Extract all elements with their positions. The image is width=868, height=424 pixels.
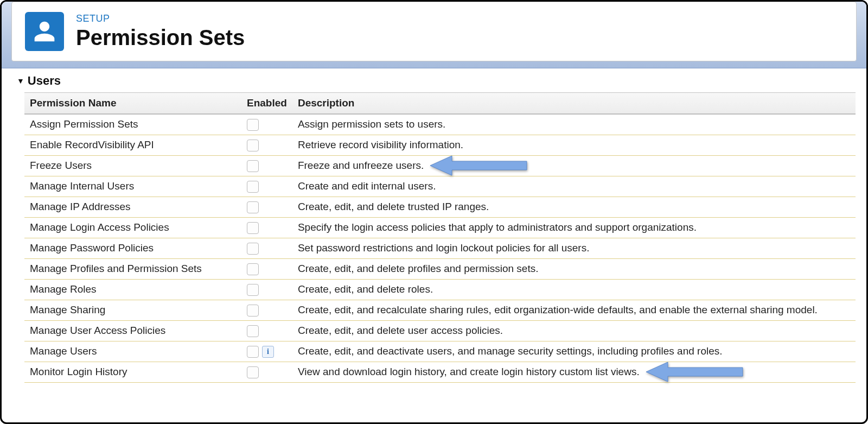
permission-enabled-cell bbox=[241, 320, 292, 341]
permission-description-text: Create, edit, and delete roles. bbox=[298, 283, 433, 295]
svg-marker-1 bbox=[646, 362, 743, 382]
permission-enabled-cell bbox=[241, 176, 292, 197]
enabled-checkbox[interactable] bbox=[247, 140, 259, 151]
permission-name: Enable RecordVisibility API bbox=[24, 135, 241, 155]
section-title: Users bbox=[28, 74, 61, 88]
section-toggle-users[interactable]: ▼ Users bbox=[17, 72, 856, 92]
svg-marker-0 bbox=[430, 156, 527, 175]
permission-description: Create, edit, and delete user access pol… bbox=[292, 320, 856, 341]
table-row: Manage UsersiCreate, edit, and deactivat… bbox=[24, 341, 856, 362]
table-row: Manage User Access PoliciesCreate, edit,… bbox=[24, 320, 856, 341]
permission-name: Manage Sharing bbox=[24, 300, 241, 320]
table-row: Manage IP AddressesCreate, edit, and del… bbox=[24, 197, 856, 217]
permission-name: Manage Roles bbox=[24, 279, 241, 300]
col-header-name[interactable]: Permission Name bbox=[24, 93, 241, 115]
permission-enabled-cell bbox=[241, 197, 292, 217]
enabled-checkbox[interactable] bbox=[247, 160, 259, 172]
permission-enabled-cell: i bbox=[241, 341, 292, 362]
permission-enabled-cell bbox=[241, 300, 292, 320]
permission-description: Create, edit, and delete trusted IP rang… bbox=[292, 197, 856, 217]
chevron-down-icon: ▼ bbox=[17, 77, 24, 85]
permission-description: Create, edit, and recalculate sharing ru… bbox=[292, 300, 856, 320]
permission-description-text: Specify the login access policies that a… bbox=[298, 222, 697, 233]
table-row: Manage Password PoliciesSet password res… bbox=[24, 238, 856, 258]
permission-name: Manage User Access Policies bbox=[24, 320, 241, 341]
permission-enabled-cell bbox=[241, 135, 292, 155]
permission-enabled-cell bbox=[241, 362, 292, 382]
permission-description: Create, edit, and delete roles. bbox=[292, 279, 856, 300]
table-row: Manage Profiles and Permission SetsCreat… bbox=[24, 258, 856, 279]
permission-description-text: Create and edit internal users. bbox=[298, 180, 436, 192]
info-icon[interactable]: i bbox=[262, 346, 274, 358]
permission-description: Create, edit, and delete profiles and pe… bbox=[292, 258, 856, 279]
enabled-checkbox[interactable] bbox=[247, 305, 259, 317]
enabled-checkbox[interactable] bbox=[247, 366, 259, 378]
permission-enabled-cell bbox=[241, 155, 292, 176]
permissions-table: Permission Name Enabled Description Assi… bbox=[24, 92, 856, 383]
permission-enabled-cell bbox=[241, 217, 292, 238]
enabled-checkbox[interactable] bbox=[247, 119, 259, 131]
permission-name: Manage Internal Users bbox=[24, 176, 241, 197]
permission-description: View and download login history, and cre… bbox=[292, 362, 856, 382]
permission-enabled-cell bbox=[241, 238, 292, 258]
permission-description-text: Retrieve record visibility information. bbox=[298, 139, 463, 150]
permission-name: Manage Users bbox=[24, 341, 241, 362]
enabled-checkbox[interactable] bbox=[247, 346, 259, 358]
permission-description: Specify the login access policies that a… bbox=[292, 217, 856, 238]
permission-description-text: Create, edit, and delete trusted IP rang… bbox=[298, 201, 489, 212]
permission-sets-icon bbox=[25, 12, 64, 51]
permission-name: Manage Password Policies bbox=[24, 238, 241, 258]
permission-description-text: Set password restrictions and login lock… bbox=[298, 242, 590, 254]
permission-name: Manage Profiles and Permission Sets bbox=[24, 258, 241, 279]
permission-description: Retrieve record visibility information. bbox=[292, 135, 856, 155]
permission-enabled-cell bbox=[241, 114, 292, 135]
permission-description-text: Create, edit, and delete user access pol… bbox=[298, 325, 503, 336]
table-row: Manage SharingCreate, edit, and recalcul… bbox=[24, 300, 856, 320]
permission-name: Manage Login Access Policies bbox=[24, 217, 241, 238]
callout-arrow-icon bbox=[430, 155, 528, 176]
col-header-enabled[interactable]: Enabled bbox=[241, 93, 292, 115]
callout-arrow-icon bbox=[646, 361, 744, 383]
permission-name: Assign Permission Sets bbox=[24, 114, 241, 135]
enabled-checkbox[interactable] bbox=[247, 181, 259, 193]
permission-name: Manage IP Addresses bbox=[24, 197, 241, 217]
table-row: Assign Permission SetsAssign permission … bbox=[24, 114, 856, 135]
table-row: Manage Login Access PoliciesSpecify the … bbox=[24, 217, 856, 238]
permission-description-text: View and download login history, and cre… bbox=[298, 366, 640, 377]
permission-enabled-cell bbox=[241, 279, 292, 300]
enabled-checkbox[interactable] bbox=[247, 284, 259, 296]
enabled-checkbox[interactable] bbox=[247, 222, 259, 234]
enabled-checkbox[interactable] bbox=[247, 243, 259, 255]
table-row: Manage RolesCreate, edit, and delete rol… bbox=[24, 279, 856, 300]
table-row: Monitor Login HistoryView and download l… bbox=[24, 362, 856, 382]
page-eyebrow: SETUP bbox=[76, 13, 245, 24]
table-row: Enable RecordVisibility APIRetrieve reco… bbox=[24, 135, 856, 155]
enabled-checkbox[interactable] bbox=[247, 325, 259, 337]
permission-description-text: Create, edit, and deactivate users, and … bbox=[298, 345, 723, 357]
permission-description: Freeze and unfreeze users. bbox=[292, 155, 856, 176]
page-banner: SETUP Permission Sets bbox=[2, 2, 866, 68]
permission-description-text: Create, edit, and recalculate sharing ru… bbox=[298, 304, 818, 315]
permission-description: Create, edit, and deactivate users, and … bbox=[292, 341, 856, 362]
col-header-description[interactable]: Description bbox=[292, 93, 856, 115]
permission-description-text: Freeze and unfreeze users. bbox=[298, 160, 424, 171]
table-row: Freeze UsersFreeze and unfreeze users. bbox=[24, 155, 856, 176]
permission-enabled-cell bbox=[241, 258, 292, 279]
permission-description-text: Create, edit, and delete profiles and pe… bbox=[298, 263, 539, 274]
permission-description-text: Assign permission sets to users. bbox=[298, 118, 445, 130]
table-row: Manage Internal UsersCreate and edit int… bbox=[24, 176, 856, 197]
permission-description: Set password restrictions and login lock… bbox=[292, 238, 856, 258]
page-header-card: SETUP Permission Sets bbox=[11, 2, 857, 61]
permission-name: Freeze Users bbox=[24, 155, 241, 176]
permission-description: Create and edit internal users. bbox=[292, 176, 856, 197]
permission-description: Assign permission sets to users. bbox=[292, 114, 856, 135]
page-title: Permission Sets bbox=[76, 26, 245, 50]
enabled-checkbox[interactable] bbox=[247, 263, 259, 275]
permission-name: Monitor Login History bbox=[24, 362, 241, 382]
enabled-checkbox[interactable] bbox=[247, 201, 259, 213]
